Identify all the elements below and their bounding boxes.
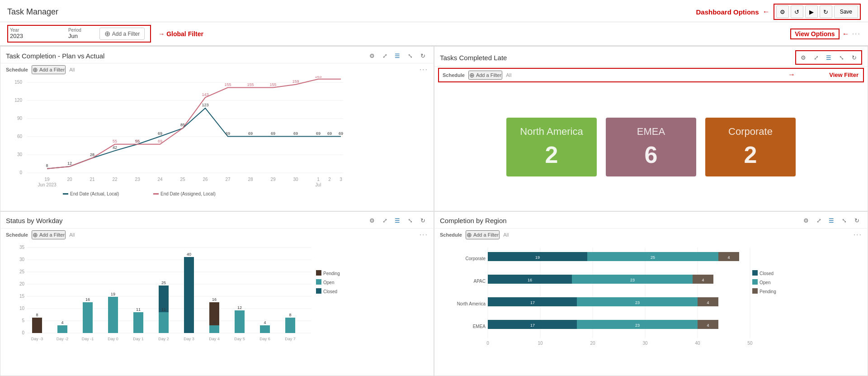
svg-text:Day 0: Day 0 [108,337,118,341]
global-filter-box: Year 2023 Period Jun ⊕ Add a Filter [7,25,151,43]
north-america-tile: North America 2 [506,118,597,176]
cbr-list-icon[interactable]: ☰ [826,215,837,226]
svg-text:25: 25 [180,177,185,182]
tcl-filter-arrow: → [788,71,795,79]
tc-schedule-value: All [69,67,75,72]
tc-refresh-icon[interactable]: ↻ [417,50,428,61]
tcl-schedule-filter: Schedule ⊕ Add a Filter All [438,68,864,82]
play-button[interactable]: ▶ [805,5,818,18]
cbr-move-icon[interactable]: ⤢ [813,215,824,226]
svg-text:163: 163 [315,76,321,79]
svg-text:North America: North America [457,301,486,306]
tc-line-chart: 0 30 60 90 120 150 8 12 [4,78,348,205]
sbw-list-icon[interactable]: ☰ [392,215,403,226]
svg-text:Open: Open [760,280,770,285]
sbw-schedule-label: Schedule [6,232,28,238]
sbw-schedule-filter: Schedule ⊕ Add a Filter All ··· [0,228,434,241]
tc-list-icon[interactable]: ☰ [392,50,403,61]
bar-day-7-open [285,318,295,333]
tcl-expand-icon[interactable]: ⤡ [836,52,847,63]
sbw-settings-icon[interactable]: ⚙ [367,215,377,226]
tcl-list-icon[interactable]: ☰ [823,52,834,63]
undo-button[interactable]: ↺ [791,5,803,18]
svg-text:27: 27 [225,177,231,182]
svg-text:Day 7: Day 7 [285,337,296,341]
svg-text:11: 11 [136,307,141,312]
tc-chart-area: 0 30 60 90 120 150 8 12 [0,76,434,211]
tc-move-icon[interactable]: ⤢ [379,50,390,61]
svg-text:End Date (Actual, Local): End Date (Actual, Local) [70,191,119,196]
svg-text:19: 19 [535,255,540,260]
svg-text:Day 5: Day 5 [234,337,245,341]
sbw-more-menu[interactable]: ··· [420,231,428,239]
svg-text:25: 25 [651,255,655,260]
svg-rect-135 [752,288,758,294]
view-options-menu[interactable]: ··· [852,30,861,38]
svg-text:4: 4 [213,320,215,325]
svg-text:55: 55 [113,139,117,143]
tcl-settings-icon[interactable]: ⚙ [798,52,809,63]
svg-rect-53 [63,193,68,195]
emea-tile-label: EMEA [637,126,665,138]
cbr-settings-icon[interactable]: ⚙ [801,215,811,226]
task-completion-panel: Task Completion - Plan vs Actual ⚙ ⤢ ☰ ⤡… [0,46,434,211]
tcl-add-filter-button[interactable]: ⊕ Add a Filter [468,71,502,80]
tcl-refresh-icon[interactable]: ↻ [849,52,859,63]
svg-text:16: 16 [528,278,532,282]
bar-day-1-open [133,312,143,333]
cbr-schedule-value: All [503,232,509,238]
dashboard-options-label: Dashboard Options [696,8,759,16]
task-completion-header: Task Completion - Plan vs Actual ⚙ ⤢ ☰ ⤡… [0,47,434,63]
svg-text:8: 8 [36,313,38,317]
cbr-expand-icon[interactable]: ⤡ [839,215,849,226]
bar-day-m3-pending [32,318,42,333]
svg-text:69: 69 [226,131,230,136]
svg-text:159: 159 [292,79,299,84]
svg-text:0: 0 [486,341,489,346]
svg-rect-131 [752,270,758,276]
refresh-button[interactable]: ↻ [820,5,832,18]
tc-settings-icon[interactable]: ⚙ [367,50,377,61]
svg-text:69: 69 [271,131,275,136]
settings-button[interactable]: ⚙ [776,5,789,18]
tcl-move-icon[interactable]: ⤢ [811,52,821,63]
svg-text:12: 12 [237,305,242,310]
tc-expand-icon[interactable]: ⤡ [405,50,415,61]
svg-text:50: 50 [747,341,753,346]
svg-text:11: 11 [161,307,166,312]
sbw-add-filter-button[interactable]: ⊕ Add a Filter [32,230,66,239]
save-button[interactable]: Save [834,5,858,18]
cbr-title: Completion by Region [440,217,507,224]
sbw-refresh-icon[interactable]: ↻ [417,215,428,226]
svg-text:Day -1: Day -1 [82,337,94,341]
svg-text:Day 6: Day 6 [259,337,270,341]
cbr-more-menu[interactable]: ··· [854,231,862,239]
cbr-controls: ⚙ ⤢ ☰ ⤡ ↻ [801,215,862,226]
tc-plus-icon: ⊕ [33,66,38,73]
tc-more-menu[interactable]: ··· [420,66,428,74]
svg-text:23: 23 [635,300,640,305]
svg-text:10: 10 [538,341,543,346]
sbw-expand-icon[interactable]: ⤡ [405,215,415,226]
svg-text:17: 17 [530,300,535,305]
svg-text:90: 90 [17,116,23,121]
svg-rect-55 [153,193,159,195]
svg-text:69: 69 [339,131,343,136]
svg-text:4: 4 [61,320,63,325]
dashboard-grid: Task Completion - Plan vs Actual ⚙ ⤢ ☰ ⤡… [0,46,868,376]
svg-text:End Date (Assigned, Local): End Date (Assigned, Local) [160,191,216,196]
tc-add-filter-button[interactable]: ⊕ Add a Filter [32,65,66,74]
bar-day-6-open [260,325,270,333]
cbr-refresh-icon[interactable]: ↻ [851,215,862,226]
svg-text:4: 4 [707,300,709,305]
cbr-add-filter-button[interactable]: ⊕ Add a Filter [466,230,500,239]
sbw-move-icon[interactable]: ⤢ [379,215,390,226]
header-right: Dashboard Options ← ⚙ ↺ ▶ ↻ Save [696,4,861,20]
tcl-controls: ⚙ ⤢ ☰ ⤡ ↻ [795,50,862,65]
plus-icon: ⊕ [104,29,110,38]
svg-text:3: 3 [340,177,342,182]
svg-rect-97 [316,270,321,276]
svg-text:40: 40 [695,341,700,346]
global-add-filter-button[interactable]: ⊕ Add a Filter [99,28,145,40]
completion-by-region-panel: Completion by Region ⚙ ⤢ ☰ ⤡ ↻ Schedule … [434,211,868,376]
